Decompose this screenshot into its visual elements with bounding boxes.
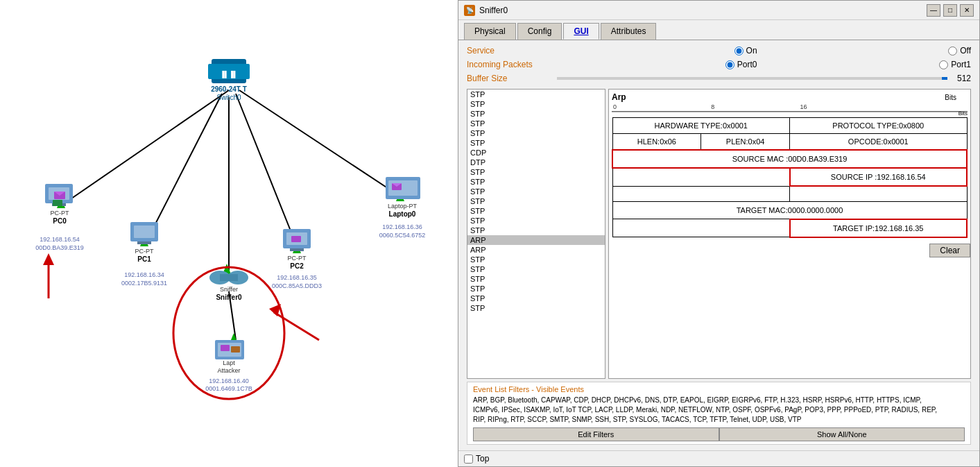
svg-text:192.168.16.34: 192.168.16.34	[124, 271, 164, 278]
edit-filters-button[interactable]: Edit Filters	[473, 427, 719, 441]
list-item[interactable]: STP	[467, 109, 605, 119]
arp-row-7: TARGET IP:192.168.16.35	[612, 219, 967, 237]
ruler-8: 8	[633, 103, 793, 110]
tabs-bar: Physical Config GUI Attributes	[458, 20, 979, 40]
arp-packet-detail: Arp Bits 0 8 16	[608, 89, 971, 379]
list-item[interactable]: STP	[467, 294, 605, 303]
list-item[interactable]: STP	[467, 167, 605, 177]
svg-text:Switch0: Switch0	[216, 94, 241, 101]
gui-content: Service On Off Incoming Packets	[458, 40, 979, 450]
close-button[interactable]: ✕	[960, 4, 974, 17]
svg-rect-56	[291, 236, 301, 242]
svg-text:2960-24T T: 2960-24T T	[211, 85, 247, 93]
title-bar: 📡 Sniffer0 — □ ✕	[458, 1, 979, 20]
service-off-radio[interactable]: Off	[948, 46, 971, 56]
event-filters-text-1: ARP, BGP, Bluetooth, CAPWAP, CDP, DHCP, …	[473, 396, 965, 405]
tab-config[interactable]: Config	[517, 23, 562, 40]
service-radio-group: On Off	[557, 46, 971, 56]
list-item[interactable]: STP	[467, 274, 605, 284]
list-item[interactable]: STP	[467, 177, 605, 187]
list-item[interactable]: STP	[467, 216, 605, 226]
tab-attributes[interactable]: Attributes	[601, 23, 657, 40]
svg-text:192.168.16.54: 192.168.16.54	[40, 236, 80, 243]
svg-text:192.168.16.40: 192.168.16.40	[209, 377, 249, 384]
ruler-16: 16	[793, 103, 807, 110]
arp-row-5	[612, 186, 967, 201]
list-item[interactable]: STP	[467, 303, 605, 313]
tab-physical[interactable]: Physical	[464, 23, 516, 40]
window-title: Sniffer0	[479, 6, 508, 15]
list-item[interactable]: STP	[467, 284, 605, 294]
window-controls: — □ ✕	[927, 4, 974, 17]
incoming-packets-row: Incoming Packets Port0 Port1	[467, 60, 971, 69]
list-item[interactable]: STP	[467, 264, 605, 274]
svg-text:PC-PT: PC-PT	[51, 210, 70, 216]
list-item[interactable]: STP	[467, 128, 605, 138]
svg-text:PC0: PC0	[53, 217, 67, 225]
arp-row-3: SOURCE MAC :00D0.BA39.E319	[612, 150, 967, 168]
ruler-0: 0	[613, 103, 619, 110]
port0-radio[interactable]: Port0	[725, 60, 757, 69]
clear-btn-row: Clear	[609, 244, 970, 257]
list-item[interactable]: STP	[467, 187, 605, 196]
list-item[interactable]: STP	[467, 226, 605, 235]
show-all-button[interactable]: Show All/None	[719, 427, 965, 441]
service-row: Service On Off	[467, 46, 971, 56]
list-item[interactable]: STP	[467, 119, 605, 128]
bits-label: Bits	[945, 94, 956, 101]
svg-rect-35	[137, 241, 151, 244]
svg-text:00D0.BA39.E319: 00D0.BA39.E319	[35, 244, 84, 251]
event-filters-buttons: Edit Filters Show All/None	[473, 427, 965, 441]
list-item[interactable]: CDP	[467, 148, 605, 158]
svg-text:Sniffer: Sniffer	[220, 286, 238, 293]
svg-text:PC1: PC1	[137, 255, 151, 263]
svg-text:0001.6469.1C7B: 0001.6469.1C7B	[205, 385, 252, 392]
list-item[interactable]: ARP	[467, 245, 605, 255]
svg-text:PC2: PC2	[290, 262, 304, 270]
tab-gui[interactable]: GUI	[563, 23, 599, 40]
svg-rect-42	[220, 274, 238, 281]
service-on-radio[interactable]: On	[734, 46, 757, 56]
svg-text:0002.17B5.9131: 0002.17B5.9131	[121, 280, 167, 287]
app-icon: 📡	[464, 5, 475, 16]
list-item[interactable]: STP	[467, 138, 605, 148]
svg-rect-47	[221, 345, 230, 351]
svg-text:▐▌▐▌: ▐▌▐▌	[220, 70, 238, 78]
arp-row-2: HLEN:0x06 PLEN:0x04 OPCODE:0x0001	[612, 134, 967, 151]
svg-text:Lapt: Lapt	[223, 359, 235, 366]
list-item[interactable]: STP	[467, 255, 605, 264]
sniffer-window: 📡 Sniffer0 — □ ✕ Physical Config GUI Att…	[458, 0, 980, 467]
main-content-split: STP STP STP STP STP STP CDP DTP STP STP …	[467, 89, 971, 379]
event-filters-text-3: RIP, RIPng, RTP, SCCP, SMTP, SNMP, SSH, …	[473, 415, 965, 425]
clear-button[interactable]: Clear	[929, 244, 970, 257]
svg-text:PC-PT: PC-PT	[288, 255, 307, 262]
svg-text:0060.5C54.6752: 0060.5C54.6752	[379, 232, 426, 239]
list-item[interactable]: STP	[467, 196, 605, 206]
list-item[interactable]: STP	[467, 206, 605, 216]
top-label: Top	[476, 454, 489, 464]
packet-list[interactable]: STP STP STP STP STP STP CDP DTP STP STP …	[467, 89, 605, 379]
event-filters-text-2: ICMPv6, IPSec, ISAKMP, IoT, IoT TCP, LAC…	[473, 405, 965, 415]
buffer-slider[interactable]	[557, 77, 947, 80]
buffer-slider-container: 512	[557, 74, 971, 83]
port-radio-group: Port0 Port1	[557, 60, 971, 69]
svg-rect-48	[231, 346, 240, 353]
minimize-button[interactable]: —	[927, 4, 940, 17]
arp-row-1: HARDWARE TYPE:0x0001 PROTOCOL TYPE:0x080…	[612, 118, 967, 134]
top-checkbox[interactable]	[464, 455, 473, 464]
arp-diagram: Arp Bits 0 8 16	[609, 90, 970, 241]
event-filters-panel: Event List Filters - Visible Events ARP,…	[467, 382, 971, 445]
maximize-button[interactable]: □	[943, 4, 957, 17]
svg-text:Laptop0: Laptop0	[389, 210, 416, 218]
list-item[interactable]: DTP	[467, 158, 605, 167]
arp-row-6: TARGET MAC:0000.0000.0000	[612, 201, 967, 219]
list-item-arp-selected[interactable]: ARP	[467, 235, 605, 245]
arp-row-4: SOURCE IP :192.168.16.54	[612, 168, 967, 186]
port1-radio[interactable]: Port1	[939, 60, 971, 69]
buffer-size-label: Buffer Size	[467, 74, 557, 83]
top-checkbox-label[interactable]: Top	[464, 454, 489, 464]
list-item[interactable]: STP	[467, 90, 605, 99]
bottom-bar: Top	[458, 450, 979, 466]
svg-rect-28	[53, 200, 62, 206]
list-item[interactable]: STP	[467, 99, 605, 109]
